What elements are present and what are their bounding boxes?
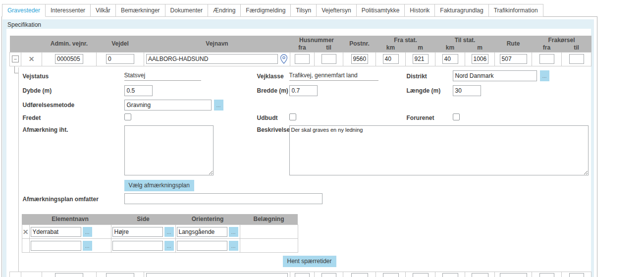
- tree-connector: [14, 66, 18, 73]
- element-delete-row-icon[interactable]: ✕: [23, 228, 29, 236]
- tab-vejeftersyn[interactable]: Vejeftersyn: [316, 4, 356, 17]
- header-frakorsel-til: til: [562, 44, 591, 52]
- tab-dokumenter[interactable]: Dokumenter: [165, 4, 208, 17]
- side-lookup-button-new[interactable]: ...: [164, 241, 174, 251]
- frakorsel-fra-input-new[interactable]: [539, 273, 554, 277]
- distrikt-input[interactable]: [453, 70, 537, 81]
- header-vejnavn: Vejnavn: [144, 36, 290, 52]
- collapse-row-icon[interactable]: −: [12, 55, 19, 62]
- elementnavn-input-new[interactable]: [31, 241, 81, 251]
- map-pin-icon[interactable]: [280, 54, 288, 64]
- header-til-stat: Til stat.: [435, 36, 495, 44]
- tab-bemaerkninger[interactable]: Bemærkninger: [115, 4, 165, 17]
- udforelsesmetode-input[interactable]: [124, 100, 212, 111]
- header-frakorsel: Frakørsel: [532, 36, 591, 44]
- app-window: Specifikation Gravesteder Interessenter …: [0, 0, 644, 277]
- postnr-input-new[interactable]: [351, 273, 368, 277]
- table-row: − ✕: [10, 52, 591, 66]
- frakorsel-til-input[interactable]: [569, 54, 584, 64]
- bredde-input[interactable]: [289, 85, 318, 96]
- side-lookup-button[interactable]: ...: [164, 227, 174, 237]
- elementnavn-cell: ...: [30, 241, 111, 251]
- hent-spaerretider-button[interactable]: Hent spærretider: [283, 256, 336, 267]
- postnr-input[interactable]: [351, 54, 368, 64]
- fra-stat-km-input-new[interactable]: [383, 273, 399, 277]
- fra-stat-m-input-new[interactable]: [413, 273, 429, 277]
- elementnavn-input[interactable]: [31, 227, 81, 237]
- element-row-empty: ... ... ...: [22, 239, 298, 253]
- orientering-input-new[interactable]: [177, 241, 227, 251]
- elementnavn-lookup-button-new[interactable]: ...: [83, 241, 92, 251]
- omfatter-label: Afmærkningsplan omfatter: [23, 196, 99, 203]
- vejdel-input-new[interactable]: [106, 273, 134, 277]
- husnummer-fra-input[interactable]: [295, 54, 310, 64]
- til-stat-km-input-new[interactable]: [442, 273, 458, 277]
- fra-stat-km-input[interactable]: [383, 54, 399, 64]
- rute-input[interactable]: [500, 54, 527, 64]
- frakorsel-til-input-new[interactable]: [569, 273, 584, 277]
- husnummer-fra-input-new[interactable]: [295, 273, 310, 277]
- forurenet-label: Forurenet: [407, 114, 434, 121]
- vejnavn-cell-new: [144, 273, 290, 277]
- tab-trafikinformation[interactable]: Trafikinformation: [488, 4, 543, 17]
- vejdel-input[interactable]: [106, 54, 134, 64]
- header-delete-col: [21, 36, 42, 52]
- element-header-delete-col: [22, 214, 29, 225]
- laengde-input[interactable]: [453, 85, 481, 96]
- element-row: ✕ ... ...: [22, 225, 298, 239]
- admin-vejnr-input[interactable]: [55, 54, 83, 64]
- tab-historik[interactable]: Historik: [404, 4, 435, 17]
- husnummer-til-input[interactable]: [322, 54, 336, 64]
- tab-faerdigmelding[interactable]: Færdigmelding: [240, 4, 291, 17]
- fredet-checkbox[interactable]: [124, 113, 131, 120]
- vejnavn-input[interactable]: [146, 54, 278, 64]
- distrikt-lookup-button[interactable]: ...: [540, 70, 549, 81]
- vaelg-afmaerkningsplan-button[interactable]: Vælg afmærkningsplan: [124, 180, 194, 191]
- orientering-lookup-button-new[interactable]: ...: [229, 241, 238, 251]
- element-header-elementnavn: Elementnavn: [29, 214, 111, 225]
- tab-politisamtykke[interactable]: Politisamtykke: [356, 4, 405, 17]
- admin-vejnr-input-new[interactable]: [55, 273, 83, 277]
- tab-aendring[interactable]: Ændring: [208, 4, 241, 17]
- udbudt-label: Udbudt: [257, 114, 278, 121]
- omfatter-input[interactable]: [124, 193, 322, 204]
- udforelsesmetode-lookup-button[interactable]: ...: [214, 100, 223, 111]
- distrikt-label: Distrikt: [407, 73, 427, 80]
- tab-interessenter[interactable]: Interessenter: [45, 4, 91, 17]
- tab-tilsyn[interactable]: Tilsyn: [290, 4, 317, 17]
- side-input[interactable]: [112, 227, 163, 237]
- header-frakorsel-fra: fra: [532, 44, 562, 52]
- fra-stat-m-input[interactable]: [413, 54, 429, 64]
- vejnavn-cell: [144, 54, 290, 64]
- vejnavn-input-new[interactable]: [146, 273, 288, 277]
- header-admin-vejnr: Admin. vejnr.: [42, 36, 97, 52]
- side-input-new[interactable]: [112, 241, 163, 251]
- rute-input-new[interactable]: [500, 273, 527, 277]
- tab-fakturagrundlag[interactable]: Fakturagrundlag: [434, 4, 488, 17]
- til-stat-km-input[interactable]: [442, 54, 458, 64]
- side-cell: ...: [111, 227, 175, 237]
- forurenet-checkbox[interactable]: [453, 113, 460, 120]
- tab-vilkaar[interactable]: Vilkår: [90, 4, 116, 17]
- elementnavn-lookup-button[interactable]: ...: [83, 227, 92, 237]
- tab-gravesteder[interactable]: Gravesteder: [2, 4, 46, 17]
- element-table: Elementnavn Side Orientering Belægning ✕…: [22, 214, 298, 253]
- til-stat-m-input[interactable]: [472, 54, 488, 64]
- side-cell: ...: [111, 241, 175, 251]
- tab-bar: Gravesteder Interessenter Vilkår Bemærkn…: [2, 4, 543, 17]
- orientering-lookup-button[interactable]: ...: [229, 227, 238, 237]
- dybde-input[interactable]: [124, 85, 153, 96]
- beskrivelse-textarea[interactable]: Der skal graves en ny ledning: [289, 125, 589, 175]
- afmaerkning-textarea[interactable]: [124, 125, 214, 175]
- element-header-side: Side: [111, 214, 175, 225]
- header-expand-col: [10, 36, 21, 52]
- udbudt-checkbox[interactable]: [289, 113, 296, 120]
- afmaerkning-label: Afmærkning iht.: [23, 126, 68, 133]
- til-stat-m-input-new[interactable]: [472, 273, 488, 277]
- header-postnr: Postnr.: [343, 36, 376, 52]
- husnummer-til-input-new[interactable]: [322, 273, 336, 277]
- section-title: Specifikation: [7, 21, 41, 28]
- delete-row-icon[interactable]: ✕: [29, 55, 35, 63]
- frakorsel-fra-input[interactable]: [539, 54, 554, 64]
- orientering-input[interactable]: [177, 227, 227, 237]
